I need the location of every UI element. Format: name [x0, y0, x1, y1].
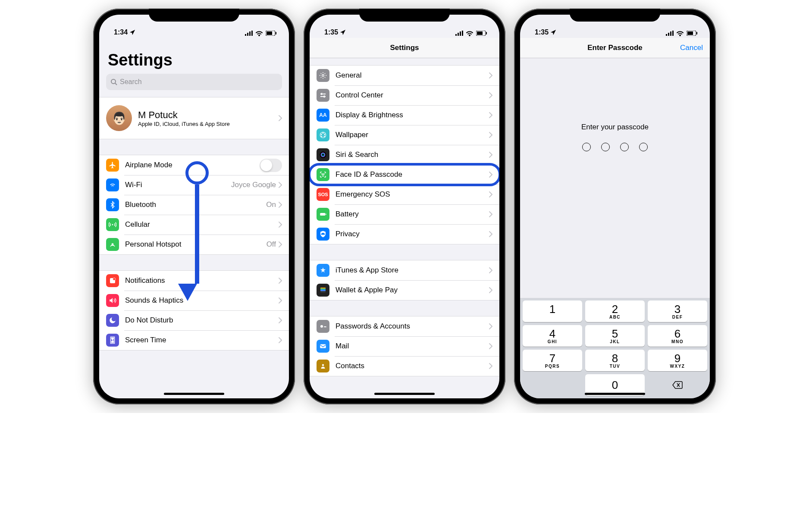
row-label: Airplane Mode — [125, 161, 260, 169]
general-icon — [317, 69, 329, 82]
settings-row-cellular[interactable]: Cellular — [99, 215, 289, 235]
svg-point-13 — [321, 94, 323, 95]
cancel-button[interactable]: Cancel — [680, 44, 703, 52]
settings-row-general[interactable]: General — [310, 66, 499, 85]
row-label: General — [336, 71, 489, 80]
settings-row-itunes[interactable]: iTunes & App Store — [310, 260, 499, 280]
svg-point-8 — [112, 224, 113, 225]
settings-row-contacts[interactable]: Contacts — [310, 356, 499, 376]
contacts-icon — [317, 360, 329, 372]
row-label: Sounds & Haptics — [125, 296, 279, 305]
location-icon — [340, 29, 346, 35]
chevron-right-icon — [489, 132, 492, 138]
signal-icon — [245, 31, 253, 36]
settings-row-notifications[interactable]: Notifications — [99, 271, 289, 291]
svg-rect-33 — [320, 344, 326, 348]
sounds-icon — [106, 294, 119, 307]
chevron-right-icon — [489, 287, 492, 293]
keypad-2[interactable]: 2ABC — [585, 300, 645, 322]
page-title: Settings — [99, 38, 289, 74]
search-icon — [110, 78, 117, 85]
home-indicator[interactable] — [374, 393, 435, 395]
avatar: 👨🏻 — [106, 105, 132, 131]
keypad-delete[interactable] — [648, 374, 707, 396]
settings-row-passwords[interactable]: Passwords & Accounts — [310, 316, 499, 336]
settings-row-wifi[interactable]: Wi-FiJoyce Google — [99, 175, 289, 195]
toggle[interactable] — [260, 159, 282, 172]
wifi-icon — [466, 30, 473, 36]
airplane-icon — [106, 159, 119, 172]
settings-row-faceid[interactable]: Face ID & Passcode — [310, 165, 499, 185]
settings-row-wallpaper[interactable]: Wallpaper — [310, 125, 499, 145]
keypad-6[interactable]: 6MNO — [648, 325, 707, 347]
settings-row-hotspot[interactable]: Personal HotspotOff — [99, 235, 289, 254]
mail-icon — [317, 340, 329, 353]
battery-icon — [687, 31, 698, 36]
keypad-blank — [523, 374, 582, 396]
notch — [359, 9, 450, 22]
keypad-8[interactable]: 8TUV — [585, 350, 645, 371]
battery-icon — [317, 208, 329, 221]
settings-row-screentime[interactable]: Screen Time — [99, 330, 289, 350]
notch — [149, 9, 239, 22]
home-indicator[interactable] — [164, 393, 224, 395]
row-label: Mail — [336, 342, 489, 350]
settings-row-wallet[interactable]: Wallet & Apple Pay — [310, 280, 499, 300]
keypad-1[interactable]: 1 — [523, 300, 582, 322]
keypad-4[interactable]: 4GHI — [523, 325, 582, 347]
svg-point-20 — [321, 134, 322, 135]
row-label: Contacts — [336, 362, 489, 370]
row-label: Emergency SOS — [336, 190, 489, 199]
dnd-icon — [106, 314, 119, 327]
settings-row-siri[interactable]: Siri & Search — [310, 145, 499, 165]
bluetooth-icon — [106, 198, 119, 211]
keypad-9[interactable]: 9WXYZ — [648, 350, 707, 371]
passcode-dots — [582, 143, 648, 151]
passcode-dot — [639, 143, 648, 151]
privacy-icon — [317, 228, 329, 241]
row-label: Wallet & Apple Pay — [336, 286, 489, 294]
chevron-right-icon — [279, 202, 282, 208]
row-label: Do Not Disturb — [125, 316, 279, 325]
location-icon — [129, 29, 135, 35]
search-input[interactable]: Search — [106, 74, 282, 90]
phone-mockup-3: 1:35 Enter Passcode Cancel Enter your pa… — [514, 9, 716, 404]
passcode-dot — [582, 143, 591, 151]
row-label: Privacy — [336, 230, 489, 238]
chevron-right-icon — [489, 112, 492, 118]
chevron-right-icon — [489, 363, 492, 369]
settings-row-mail[interactable]: Mail — [310, 336, 499, 356]
settings-row-battery[interactable]: Battery — [310, 204, 499, 224]
row-label: Screen Time — [125, 336, 279, 344]
settings-row-privacy[interactable]: Privacy — [310, 224, 499, 244]
keypad-7[interactable]: 7PQRS — [523, 350, 582, 371]
passcode-dot — [620, 143, 629, 151]
row-detail: Joyce Google — [231, 181, 276, 189]
settings-row-sounds[interactable]: Sounds & Haptics — [99, 291, 289, 310]
nav-title: Enter Passcode — [587, 44, 643, 52]
svg-point-16 — [323, 132, 324, 134]
passcode-dot — [601, 143, 610, 151]
settings-row-dnd[interactable]: Do Not Disturb — [99, 310, 289, 330]
chevron-right-icon — [489, 211, 492, 217]
row-label: Bluetooth — [125, 200, 266, 209]
apple-id-row[interactable]: 👨🏻 M Potuck Apple ID, iCloud, iTunes & A… — [99, 97, 289, 139]
chevron-right-icon — [489, 172, 492, 178]
phone-mockup-1: 1:34 Settings Search 👨🏻 — [93, 9, 295, 404]
chevron-right-icon — [279, 317, 282, 323]
row-label: Display & Brightness — [336, 111, 489, 119]
screentime-icon — [106, 334, 119, 347]
svg-point-11 — [113, 278, 116, 280]
keypad-3[interactable]: 3DEF — [648, 300, 707, 322]
home-indicator[interactable] — [585, 393, 645, 395]
settings-row-bluetooth[interactable]: BluetoothOn — [99, 195, 289, 215]
notch — [570, 9, 660, 22]
settings-row-airplane[interactable]: Airplane Mode — [99, 155, 289, 175]
location-icon — [550, 29, 556, 35]
keypad-5[interactable]: 5JKL — [585, 325, 645, 347]
settings-row-sos[interactable]: SOSEmergency SOS — [310, 185, 499, 204]
row-label: Cellular — [125, 220, 279, 229]
settings-row-control[interactable]: Control Center — [310, 85, 499, 105]
settings-row-display[interactable]: AADisplay & Brightness — [310, 105, 499, 125]
row-label: Control Center — [336, 91, 489, 100]
